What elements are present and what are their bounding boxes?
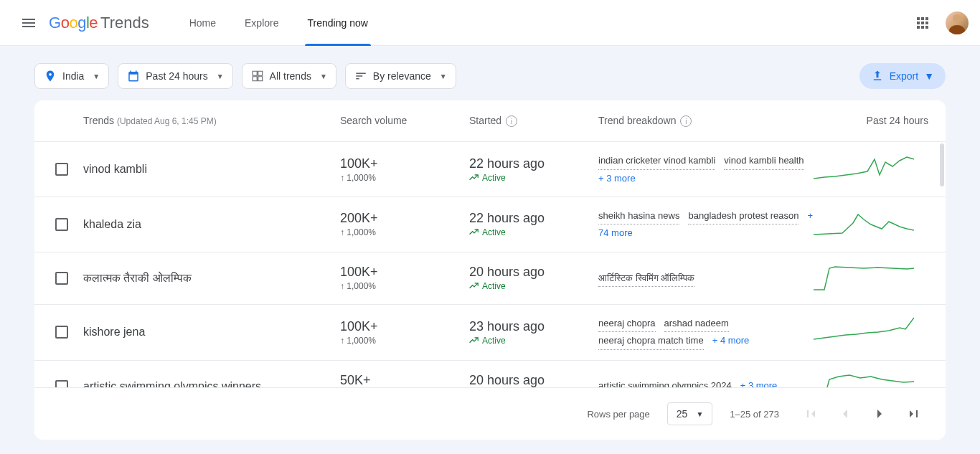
started-value: 22 hours ago (469, 211, 598, 226)
breakdown-more-link[interactable]: + 4 more (712, 335, 750, 346)
header-right (908, 9, 969, 37)
breakdown-tag[interactable]: vinod kambli health (724, 152, 804, 169)
table-header: Trends (Updated Aug 6, 1:45 PM) Search v… (34, 100, 946, 141)
volume-change: 1,000% (340, 227, 469, 237)
table-row[interactable]: artistic swimming olympics winners 50K+1… (34, 360, 946, 387)
started-value: 22 hours ago (469, 156, 598, 171)
location-pin-icon (44, 70, 57, 82)
apps-button[interactable] (908, 9, 937, 37)
first-page-button[interactable] (796, 399, 825, 428)
trend-breakdown: sheikh hasina newsbangladesh protest rea… (598, 207, 814, 242)
chevron-down-icon: ▼ (217, 72, 224, 80)
calendar-icon (127, 70, 140, 82)
logo-google: Google (49, 14, 98, 32)
logo[interactable]: Google Trends (49, 14, 149, 32)
nav-explore[interactable]: Explore (233, 0, 290, 46)
trending-up-icon (469, 281, 479, 291)
chevron-right-icon (871, 405, 888, 422)
th-updated: (Updated Aug 6, 1:45 PM) (117, 116, 217, 126)
th-past24: Past 24 hours (867, 115, 928, 126)
status-badge: Active (469, 227, 598, 237)
status-badge: Active (469, 336, 598, 346)
trend-name: कलात्मक तैराकी ओलम्पिक (83, 272, 340, 285)
location-filter[interactable]: India ▼ (34, 63, 109, 89)
chevron-down-icon: ▼ (924, 70, 934, 82)
volume-value: 50K+ (340, 373, 469, 387)
rows-per-page-label: Rows per page (587, 409, 649, 420)
volume-change: 1,000% (340, 336, 469, 346)
last-page-button[interactable] (900, 399, 928, 428)
sort-filter[interactable]: By relevance ▼ (345, 63, 456, 89)
th-breakdown: Trend breakdown (598, 115, 676, 126)
first-page-icon (802, 405, 819, 422)
chevron-down-icon: ▼ (440, 72, 447, 80)
export-label: Export (890, 70, 918, 82)
category-value: All trends (270, 70, 311, 82)
sparkline (814, 316, 914, 345)
chevron-down-icon: ▼ (320, 72, 327, 80)
chevron-down-icon: ▼ (696, 410, 703, 418)
volume-value: 100K+ (340, 319, 469, 334)
chevron-down-icon: ▼ (93, 72, 100, 80)
breakdown-more-link[interactable]: + 3 more (740, 380, 778, 387)
menu-button[interactable] (11, 6, 46, 40)
trend-breakdown: neeraj chopraarshad nadeemneeraj chopra … (598, 315, 814, 350)
breakdown-tag[interactable]: आर्टिस्टिक स्विमिंग ऑलिम्पिक (598, 270, 694, 287)
chevron-left-icon (837, 405, 854, 422)
location-value: India (62, 70, 84, 82)
th-started: Started (469, 115, 501, 126)
breakdown-tag[interactable]: bangladesh protest reason (688, 207, 798, 224)
started-value: 20 hours ago (469, 373, 598, 387)
th-volume: Search volume (340, 115, 407, 126)
row-checkbox[interactable] (55, 326, 68, 339)
started-value: 20 hours ago (469, 265, 598, 280)
export-icon (871, 70, 884, 82)
sparkline (814, 371, 914, 387)
table-row[interactable]: kishore jena 100K+1,000% 23 hours agoAct… (34, 304, 946, 360)
last-page-icon (905, 405, 923, 422)
nav-home[interactable]: Home (178, 0, 227, 46)
status-badge: Active (469, 281, 598, 291)
info-icon[interactable]: i (680, 115, 692, 127)
row-checkbox[interactable] (55, 163, 68, 176)
breakdown-more-link[interactable]: + 3 more (598, 173, 636, 184)
account-avatar[interactable] (946, 11, 969, 34)
table-row[interactable]: khaleda zia 200K+1,000% 22 hours agoActi… (34, 197, 946, 252)
hamburger-icon (20, 14, 37, 32)
sparkline (814, 209, 914, 237)
sort-value: By relevance (373, 70, 431, 82)
trending-up-icon (469, 336, 479, 346)
prev-page-button[interactable] (831, 399, 859, 428)
rows-value: 25 (677, 408, 688, 420)
th-trends: Trends (83, 115, 114, 126)
nav-trending-now[interactable]: Trending now (296, 0, 380, 46)
volume-value: 200K+ (340, 211, 469, 226)
category-filter[interactable]: All trends ▼ (242, 63, 336, 89)
scrollbar[interactable] (940, 143, 944, 373)
apps-grid-icon (914, 14, 931, 32)
rows-per-page-select[interactable]: 25 ▼ (667, 402, 712, 425)
next-page-button[interactable] (865, 399, 894, 428)
logo-product: Trends (100, 14, 149, 32)
breakdown-tag[interactable]: sheikh hasina news (598, 207, 679, 224)
main-nav: Home Explore Trending now (178, 0, 380, 46)
row-checkbox[interactable] (55, 272, 68, 285)
breakdown-tag[interactable]: indian cricketer vinod kambli (598, 152, 715, 169)
timeframe-filter[interactable]: Past 24 hours ▼ (118, 63, 232, 89)
trends-table: Trends (Updated Aug 6, 1:45 PM) Search v… (34, 100, 946, 440)
pagination-footer: Rows per page 25 ▼ 1–25 of 273 (34, 387, 946, 440)
breakdown-tag[interactable]: neeraj chopra match time (598, 332, 704, 349)
breakdown-tag[interactable]: neeraj chopra (598, 315, 656, 332)
content-area: Trends (Updated Aug 6, 1:45 PM) Search v… (0, 100, 980, 454)
info-icon[interactable]: i (506, 115, 517, 127)
trend-name: artistic swimming olympics winners (83, 380, 340, 387)
table-row[interactable]: vinod kambli 100K+1,000% 22 hours agoAct… (34, 141, 946, 197)
row-checkbox[interactable] (55, 218, 68, 231)
table-row[interactable]: कलात्मक तैराकी ओलम्पिक 100K+1,000% 20 ho… (34, 252, 946, 304)
volume-value: 100K+ (340, 156, 469, 171)
export-button[interactable]: Export ▼ (859, 63, 946, 89)
breakdown-tag[interactable]: artistic swimming olympics 2024 (598, 377, 732, 387)
row-checkbox[interactable] (55, 380, 68, 387)
breakdown-tag[interactable]: arshad nadeem (664, 315, 729, 332)
sort-icon (354, 70, 367, 82)
